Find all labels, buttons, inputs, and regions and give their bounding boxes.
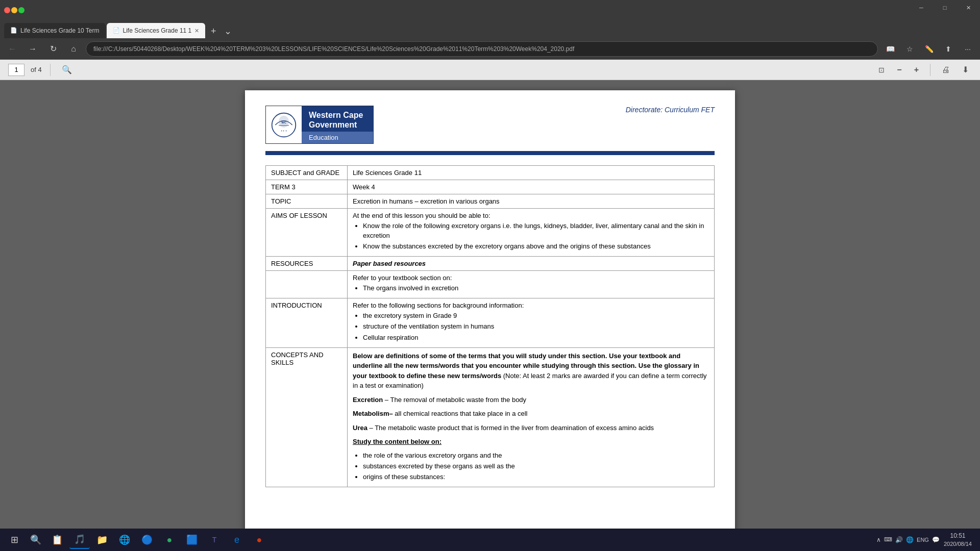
more-tabs-button[interactable]: ⌄: [220, 24, 235, 38]
favorites-button[interactable]: ☆: [901, 41, 918, 57]
taskbar-app3[interactable]: 🔵: [137, 531, 157, 549]
table-row-resources-sub: Refer to your textbook section on: The o…: [266, 270, 715, 298]
table-row-subject: SUBJECT and GRADE Life Sciences Grade 11: [266, 166, 715, 180]
subject-value: Life Sciences Grade 11: [348, 166, 715, 180]
volume-icon[interactable]: 🔊: [895, 536, 903, 543]
keyboard-icon: ⌨: [884, 536, 892, 543]
table-row-resources: RESOURCES Paper based resources: [266, 256, 715, 270]
intro-bullet-3: Cellular respiration: [363, 333, 709, 342]
svg-rect-3: [279, 125, 289, 126]
blue-line: [265, 151, 715, 155]
intro-text: Refer to the following sections for back…: [353, 302, 524, 309]
tab-favicon-1: 📄: [10, 27, 17, 34]
tab-title-1: Life Sciences Grade 10 Term: [20, 27, 100, 34]
print-button[interactable]: 🖨: [939, 63, 953, 77]
excretion-para: Excretion – The removal of metabolic was…: [353, 395, 709, 405]
study-bullets: the role of the various excretory organs…: [353, 451, 709, 482]
taskbar-edge[interactable]: e: [227, 531, 247, 549]
resources-sub-text: Refer to your textbook section on:: [353, 274, 452, 282]
aims-label: AIMS OF LESSON: [266, 209, 348, 257]
logo-crest: WC ✦ ✦ ✦: [266, 106, 302, 143]
logo-sub: Education: [309, 134, 366, 141]
download-button[interactable]: ⬇: [959, 63, 972, 77]
aims-bullets: Know the role of the following excretory…: [353, 221, 709, 251]
study-header: Study the content below on:: [353, 438, 442, 445]
taskbar-right: ∧ ⌨ 🔊 🌐 ENG 💬 10:51 2020/08/14: [876, 532, 976, 547]
intro-bullet-2: structure of the ventilation system in h…: [363, 322, 709, 331]
aims-bullet-2: Know the substances excreted by the excr…: [363, 242, 709, 251]
tab-life-sciences-10[interactable]: 📄 Life Sciences Grade 10 Term: [4, 23, 106, 38]
resources-empty: [266, 270, 348, 298]
forward-button[interactable]: →: [24, 41, 41, 57]
taskbar-search-button[interactable]: 🔍: [27, 531, 45, 549]
caret-icon[interactable]: ∧: [876, 536, 881, 543]
pdf-page: WC ✦ ✦ ✦ Western Cape Government Educati…: [245, 90, 735, 541]
directorate-text: Directorate: Curriculum FET: [626, 106, 715, 114]
urea-term: Urea: [353, 424, 368, 432]
pdf-content-area: WC ✦ ✦ ✦ Western Cape Government Educati…: [0, 80, 980, 551]
notification-icon[interactable]: 💬: [932, 536, 940, 543]
resources-sub-content: Refer to your textbook section on: The o…: [348, 270, 715, 298]
new-tab-button[interactable]: +: [206, 24, 220, 38]
intro-bullet-1: the excretory system in Grade 9: [363, 311, 709, 320]
table-row-term: TERM 3 Week 4: [266, 180, 715, 194]
taskbar-ie[interactable]: 🌐: [114, 531, 135, 549]
term-value: Week 4: [348, 180, 715, 194]
zoom-out-button[interactable]: −: [894, 63, 904, 77]
logo-line2: Government: [309, 120, 363, 130]
topic-label: TOPIC: [266, 194, 348, 209]
metabolism-para: Metabolism– all chemical reactions that …: [353, 409, 709, 419]
restore-button[interactable]: □: [933, 0, 957, 15]
zoom-in-button[interactable]: +: [911, 63, 922, 77]
taskbar-notifications: ∧ ⌨ 🔊 🌐 ENG 💬: [876, 536, 940, 543]
intro-bullets: the excretory system in Grade 9 structur…: [353, 311, 709, 342]
back-button[interactable]: ←: [4, 41, 20, 57]
toolbar-separator-2: [930, 64, 930, 76]
aims-intro: At the end of this lesson you should be …: [353, 212, 491, 219]
share-button[interactable]: ⬆: [940, 41, 957, 57]
reload-button[interactable]: ↻: [45, 41, 61, 57]
study-bullet-2: substances excreted by these organs as w…: [363, 462, 709, 471]
resources-content: Paper based resources: [348, 256, 715, 270]
reading-mode-button[interactable]: 📖: [882, 41, 898, 57]
fit-page-button[interactable]: ⊡: [875, 64, 888, 76]
close-button[interactable]: ✕: [957, 0, 980, 15]
taskbar-teams[interactable]: T: [204, 531, 225, 549]
network-icon[interactable]: 🌐: [906, 536, 914, 543]
taskbar-app5[interactable]: 🟦: [182, 531, 202, 549]
taskbar-clock[interactable]: 10:51 2020/08/14: [944, 532, 972, 547]
resources-bullets: The organs involved in excretion: [353, 284, 709, 293]
taskbar: ⊞ 🔍 📋 🎵 📁 🌐 🔵 ● 🟦 T e ● ∧ ⌨ 🔊 🌐 ENG 💬 10…: [0, 529, 980, 551]
tab-favicon-2: 📄: [113, 27, 120, 34]
address-bar[interactable]: file:///C:/Users/50440268/Desktop/WEEK%2…: [86, 41, 878, 57]
page-number-input[interactable]: 1: [8, 64, 24, 76]
urea-para: Urea – The metabolic waste product that …: [353, 423, 709, 433]
more-button[interactable]: ···: [960, 41, 976, 57]
lang-display: ENG: [917, 537, 929, 543]
intro-content: Refer to the following sections for back…: [348, 298, 715, 348]
taskbar-app8[interactable]: ●: [249, 531, 270, 549]
collections-button[interactable]: ✏️: [921, 41, 937, 57]
tab-close-button[interactable]: ✕: [194, 28, 199, 34]
excretion-term: Excretion: [353, 396, 383, 404]
start-button[interactable]: ⊞: [4, 531, 24, 549]
metabolism-term: Metabolism–: [353, 410, 393, 417]
search-pdf-button[interactable]: 🔍: [59, 63, 75, 77]
home-button[interactable]: ⌂: [65, 41, 82, 57]
page-total: of 4: [31, 66, 42, 73]
study-bullet-3: origins of these substances:: [363, 472, 709, 482]
table-row-concepts: CONCEPTS AND SKILLS Below are definition…: [266, 347, 715, 487]
taskbar-task-view[interactable]: 📋: [47, 531, 67, 549]
study-header-para: Study the content below on:: [353, 437, 709, 447]
logo-line1: Western Cape: [309, 110, 363, 120]
minimize-button[interactable]: ─: [910, 0, 933, 15]
excretion-def: – The removal of metabolic waste from th…: [383, 396, 526, 404]
resources-bullet-1: The organs involved in excretion: [363, 284, 709, 293]
taskbar-media-player[interactable]: 🎵: [69, 531, 90, 549]
taskbar-file-explorer[interactable]: 📁: [92, 531, 112, 549]
subject-label: SUBJECT and GRADE: [266, 166, 348, 180]
tab-life-sciences-11[interactable]: 📄 Life Sciences Grade 11 1 ✕: [107, 23, 206, 38]
taskbar-app4[interactable]: ●: [159, 531, 180, 549]
concepts-intro-para: Below are definitions of some of the ter…: [353, 351, 709, 391]
address-text: file:///C:/Users/50440268/Desktop/WEEK%2…: [93, 45, 574, 53]
